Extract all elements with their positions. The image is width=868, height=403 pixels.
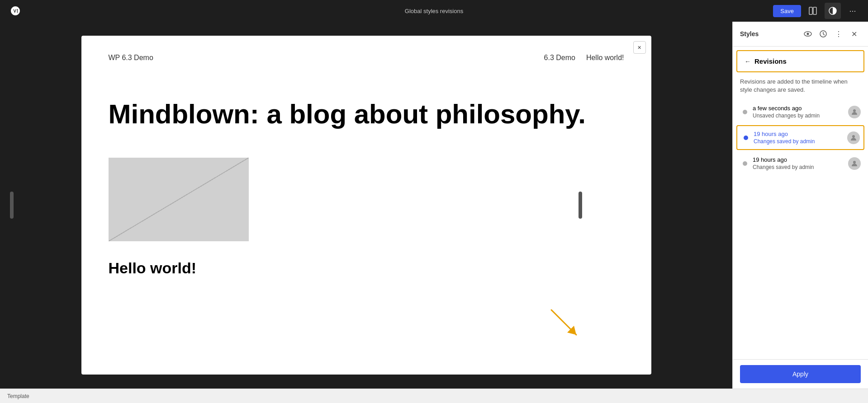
sidebar-header-icons: ⋮ ✕ xyxy=(801,27,861,41)
bottom-bar: Template xyxy=(0,389,868,403)
preview-frame: WP 6.3 Demo 6.3 Demo Hello world! Mindbl… xyxy=(81,36,651,375)
revision-avatar xyxy=(848,106,861,118)
site-name: WP 6.3 Demo xyxy=(109,54,153,62)
revision-item-selected[interactable]: 19 hours ago Changes saved by admin xyxy=(736,125,864,150)
revision-time: a few seconds ago xyxy=(753,105,843,112)
revisions-description: Revisions are added to the timeline when… xyxy=(733,72,868,99)
top-bar-right: Save ··· xyxy=(773,3,861,19)
revision-author: Unsaved changes by admin xyxy=(753,112,843,119)
nav-link-1: 6.3 Demo xyxy=(544,54,575,62)
canvas-area: WP 6.3 Demo 6.3 Demo Hello world! Mindbl… xyxy=(0,22,732,389)
svg-point-8 xyxy=(853,109,856,112)
featured-image-placeholder xyxy=(109,158,249,241)
layout-toggle-button[interactable] xyxy=(805,3,821,19)
revision-avatar-3 xyxy=(848,157,861,170)
revisions-header: ← Revisions xyxy=(736,50,864,72)
dark-mode-toggle-button[interactable] xyxy=(825,3,841,19)
more-options-button[interactable]: ··· xyxy=(844,3,861,19)
sidebar-header: Styles ⋮ ✕ xyxy=(733,22,868,47)
save-button[interactable]: Save xyxy=(773,5,801,17)
revisions-title: Revisions xyxy=(754,57,787,65)
apply-btn-container: Apply xyxy=(733,359,868,389)
revision-info-3: 19 hours ago Changes saved by admin xyxy=(753,156,843,170)
svg-point-9 xyxy=(852,135,855,138)
revision-item[interactable]: a few seconds ago Unsaved changes by adm… xyxy=(733,99,868,124)
back-button[interactable]: ← xyxy=(745,58,751,65)
top-bar-left xyxy=(7,3,24,19)
sidebar-title: Styles xyxy=(740,30,759,37)
close-sidebar-button[interactable]: ✕ xyxy=(847,27,861,41)
bottom-bar-label: Template xyxy=(7,393,29,399)
main-area: WP 6.3 Demo 6.3 Demo Hello world! Mindbl… xyxy=(0,22,868,389)
revision-author-3: Changes saved by admin xyxy=(753,164,843,170)
preview-close-button[interactable]: × xyxy=(633,41,646,54)
svg-rect-1 xyxy=(813,7,816,14)
revision-info: a few seconds ago Unsaved changes by adm… xyxy=(753,105,843,119)
resize-handle-right[interactable] xyxy=(579,192,582,219)
revision-info-2: 19 hours ago Changes saved by admin xyxy=(754,131,842,145)
nav-link-2: Hello world! xyxy=(586,54,624,62)
svg-rect-0 xyxy=(809,7,812,14)
hero-title: Mindblown: a blog about philosophy. xyxy=(109,98,624,131)
revision-dot xyxy=(743,110,747,114)
svg-point-6 xyxy=(807,33,809,35)
revision-item-3[interactable]: 19 hours ago Changes saved by admin xyxy=(733,151,868,176)
post-title: Hello world! xyxy=(109,259,624,277)
revision-dot-3 xyxy=(743,161,747,166)
hero-section: Mindblown: a blog about philosophy. Hell… xyxy=(109,98,624,277)
preview-nav: WP 6.3 Demo 6.3 Demo Hello world! xyxy=(109,54,624,62)
revision-avatar-2 xyxy=(847,131,860,144)
revisions-icon-button[interactable] xyxy=(816,27,830,41)
revision-time-2: 19 hours ago xyxy=(754,131,842,137)
revisions-list: a few seconds ago Unsaved changes by adm… xyxy=(733,99,868,359)
svg-point-10 xyxy=(853,161,856,164)
top-bar: Global styles revisions Save ··· xyxy=(0,0,868,22)
revision-author-2: Changes saved by admin xyxy=(754,138,842,145)
page-title: Global styles revisions xyxy=(405,8,463,14)
preview-icon-button[interactable] xyxy=(801,27,815,41)
revision-dot-active xyxy=(744,136,748,140)
nav-links: 6.3 Demo Hello world! xyxy=(544,54,624,62)
more-options-sidebar-button[interactable]: ⋮ xyxy=(832,27,845,41)
revision-time-3: 19 hours ago xyxy=(753,156,843,163)
sidebar: Styles ⋮ ✕ xyxy=(732,22,868,389)
revisions-panel: ← Revisions Revisions are added to the t… xyxy=(733,47,868,389)
wp-logo[interactable] xyxy=(7,3,24,19)
resize-handle-left[interactable] xyxy=(10,192,14,219)
apply-button[interactable]: Apply xyxy=(740,365,861,383)
